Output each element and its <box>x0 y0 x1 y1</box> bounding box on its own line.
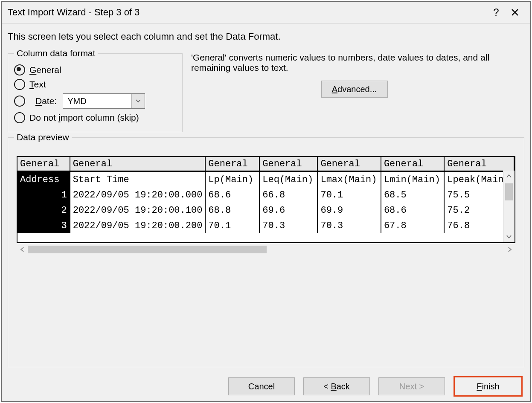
radio-icon <box>14 79 25 90</box>
preview-cell[interactable]: 2 <box>17 203 70 218</box>
column-type-header[interactable]: General <box>17 157 70 171</box>
preview-cell[interactable]: 70.1 <box>205 218 259 233</box>
column-data-format-group: Column data format General Text Date: YM… <box>8 48 183 132</box>
chevron-down-icon <box>131 94 145 108</box>
preview-cell[interactable]: 68.6 <box>381 203 444 218</box>
back-button-label: < Back <box>323 382 350 391</box>
column-data-format-legend: Column data format <box>14 48 98 58</box>
close-button[interactable] <box>506 3 524 22</box>
scroll-right-icon <box>504 244 515 255</box>
radio-date[interactable]: Date: YMD <box>14 93 176 109</box>
preview-cell[interactable]: 69.9 <box>317 203 381 218</box>
radio-general[interactable]: General <box>14 64 176 75</box>
data-preview-group: Data preview GeneralGeneralGeneralGenera… <box>8 132 524 367</box>
preview-cell[interactable]: 2022/09/05 19:20:00.200 <box>70 218 206 233</box>
column-type-header[interactable]: General <box>70 157 206 171</box>
column-type-header[interactable]: General <box>444 157 514 171</box>
cancel-button-label: Cancel <box>248 382 275 391</box>
advanced-button[interactable]: Advanced... <box>321 81 388 98</box>
preview-cell[interactable]: 68.8 <box>205 203 259 218</box>
preview-header-cell[interactable]: Address <box>17 171 70 188</box>
scroll-up-icon <box>505 171 513 182</box>
format-description-block: 'General' converts numeric values to num… <box>183 48 524 98</box>
column-type-header[interactable]: General <box>205 157 259 171</box>
finish-button[interactable]: Finish <box>454 376 523 397</box>
preview-cell[interactable]: 2022/09/05 19:20:00.100 <box>70 203 206 218</box>
preview-cell[interactable]: 3 <box>17 218 70 233</box>
dialog-title: Text Import Wizard - Step 3 of 3 <box>8 7 487 18</box>
back-button[interactable]: < Back <box>303 377 370 395</box>
preview-cell[interactable]: 69.6 <box>259 203 317 218</box>
finish-button-label: Finish <box>477 382 499 391</box>
preview-cell[interactable]: 2022/09/05 19:20:00.000 <box>70 187 206 203</box>
next-button-label: Next > <box>399 382 424 391</box>
help-icon: ? <box>493 6 499 18</box>
preview-header-cell[interactable]: Start Time <box>70 171 206 188</box>
column-type-header[interactable]: General <box>381 157 444 171</box>
horizontal-scrollbar[interactable] <box>17 244 515 255</box>
preview-header-cell[interactable]: Lp(Main) <box>205 171 259 188</box>
preview-header-cell[interactable]: Leq(Main) <box>259 171 317 188</box>
preview-cell[interactable]: 68.6 <box>205 187 259 203</box>
column-type-header[interactable]: General <box>259 157 317 171</box>
scrollbar-track <box>28 244 504 255</box>
radio-text-label: Text <box>29 79 46 90</box>
date-format-combo[interactable]: YMD <box>63 93 145 109</box>
radio-date-label: Date: <box>35 96 57 106</box>
advanced-button-label: Advanced... <box>332 84 377 94</box>
text-import-wizard-dialog: Text Import Wizard - Step 3 of 3 ? This … <box>1 1 531 402</box>
preview-cell[interactable]: 70.3 <box>259 218 317 233</box>
format-description-text: 'General' converts numeric values to num… <box>191 52 517 73</box>
radio-skip[interactable]: Do not import column (skip) <box>14 112 176 123</box>
preview-cell[interactable]: 68.5 <box>381 187 444 203</box>
dialog-footer: Cancel < Back Next > Finish <box>2 371 530 401</box>
preview-header-cell[interactable]: Lmax(Main) <box>317 171 381 188</box>
vertical-scrollbar[interactable] <box>503 171 515 242</box>
radio-icon <box>14 96 25 107</box>
scroll-down-icon <box>503 231 515 242</box>
scrollbar-thumb[interactable] <box>28 246 267 253</box>
date-format-value: YMD <box>63 96 131 106</box>
radio-icon <box>14 64 25 75</box>
preview-cell[interactable]: 1 <box>17 187 70 203</box>
radio-general-label: General <box>29 65 61 75</box>
column-type-header[interactable]: General <box>317 157 381 171</box>
preview-cell[interactable]: 66.8 <box>259 187 317 203</box>
scrollbar-thumb[interactable] <box>505 183 513 200</box>
scroll-left-icon <box>17 244 28 255</box>
preview-header-cell[interactable]: Lmin(Main) <box>381 171 444 188</box>
data-preview-legend: Data preview <box>14 132 72 142</box>
cancel-button[interactable]: Cancel <box>228 377 295 395</box>
radio-text[interactable]: Text <box>14 79 176 90</box>
close-icon <box>511 8 519 17</box>
titlebar: Text Import Wizard - Step 3 of 3 ? <box>2 2 530 23</box>
help-button[interactable]: ? <box>487 3 506 22</box>
preview-cell[interactable]: 70.3 <box>317 218 381 233</box>
preview-cell[interactable]: 70.1 <box>317 187 381 203</box>
radio-skip-label: Do not import column (skip) <box>29 113 139 123</box>
radio-icon <box>14 112 25 123</box>
next-button: Next > <box>378 377 445 395</box>
preview-cell[interactable]: 67.8 <box>381 218 444 233</box>
preview-grid[interactable]: GeneralGeneralGeneralGeneralGeneralGener… <box>17 156 515 243</box>
intro-text: This screen lets you select each column … <box>8 31 524 42</box>
